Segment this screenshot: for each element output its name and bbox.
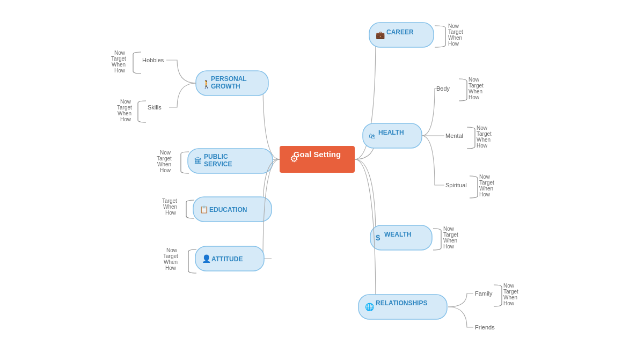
- family-leaf-target: Target: [503, 289, 518, 295]
- skills-leaf-target: Target: [117, 105, 132, 111]
- body-label: Body: [436, 85, 450, 92]
- mental-leaf-how: How: [477, 143, 488, 149]
- skills-bracket: [138, 101, 146, 122]
- edu-leaf-how: How: [165, 210, 177, 216]
- relationships-icon: 🌐: [365, 303, 375, 312]
- personal-growth-icon: 🚶: [202, 80, 211, 89]
- wealth-leaf-now: Now: [443, 226, 455, 232]
- hobbies-leaf-how: How: [114, 68, 126, 74]
- skills-leaf-now: Now: [120, 99, 131, 105]
- skills-leaf-how: How: [120, 116, 131, 122]
- wealth-leaf-when: When: [443, 238, 457, 244]
- spiritual-leaf-now: Now: [479, 174, 491, 180]
- spiritual-leaf-target: Target: [479, 180, 494, 186]
- career-bracket: [435, 26, 445, 47]
- career-leaf-how: How: [448, 41, 459, 47]
- personal-growth-label2: GROWTH: [211, 83, 240, 90]
- mindmap-canvas: ⚙ Goal Setting 💼 CAREER Now Target When …: [0, 0, 644, 338]
- wealth-leaf-how: How: [443, 244, 455, 249]
- career-leaf-target: Target: [448, 29, 463, 35]
- family-bracket: [494, 285, 502, 306]
- public-service-icon: 🏛: [194, 157, 202, 165]
- spiritual-label: Spiritual: [445, 182, 467, 188]
- health-label: HEALTH: [378, 129, 404, 136]
- connector-hobbies: [166, 60, 196, 83]
- connector-family: [448, 293, 473, 307]
- skills-label: Skills: [148, 104, 162, 111]
- connector-friends: [448, 307, 473, 327]
- att-leaf-when: When: [164, 259, 178, 265]
- career-label: CAREER: [386, 28, 414, 36]
- wealth-bracket: [433, 229, 441, 250]
- ps-leaf-when: When: [157, 161, 171, 167]
- education-label: EDUCATION: [209, 206, 247, 214]
- mental-bracket: [467, 127, 475, 149]
- body-leaf-now: Now: [469, 77, 480, 83]
- wealth-leaf-target: Target: [443, 232, 458, 238]
- career-leaf-when: When: [448, 35, 462, 41]
- family-leaf-how: How: [503, 300, 515, 306]
- edu-leaf-target: Target: [162, 198, 177, 204]
- career-icon: 💼: [376, 31, 385, 40]
- ps-leaf-how: How: [160, 167, 171, 173]
- connector-skills: [169, 83, 196, 107]
- attitude-label: ATTITUDE: [211, 255, 243, 263]
- public-service-label: PUBLIC: [204, 153, 228, 160]
- mental-leaf-now: Now: [477, 125, 488, 131]
- ps-leaf-now: Now: [160, 150, 171, 156]
- hobbies-leaf-target: Target: [111, 56, 126, 62]
- mental-leaf-target: Target: [477, 131, 492, 137]
- body-leaf-target: Target: [469, 83, 484, 89]
- body-leaf-when: When: [469, 89, 482, 94]
- hobbies-label: Hobbies: [142, 57, 164, 63]
- attitude-icon: 👤: [202, 254, 211, 263]
- connector-spiritual: [422, 136, 444, 185]
- wealth-icon: $: [376, 233, 380, 242]
- connector-personal-growth: [263, 83, 280, 159]
- center-label: Goal Setting: [294, 150, 341, 159]
- att-leaf-how: How: [165, 265, 177, 271]
- spiritual-leaf-how: How: [479, 192, 491, 197]
- wealth-label: WEALTH: [384, 231, 411, 238]
- career-leaf-now: Now: [448, 23, 459, 29]
- spiritual-bracket: [470, 176, 478, 198]
- family-leaf-when: When: [503, 295, 517, 300]
- family-label: Family: [475, 290, 493, 297]
- health-icon: 🛍: [369, 132, 376, 140]
- public-service-label2: SERVICE: [204, 160, 232, 168]
- skills-leaf-when: When: [118, 111, 131, 116]
- family-leaf-now: Now: [503, 283, 515, 289]
- education-icon: 📋: [200, 205, 209, 214]
- ps-leaf-target: Target: [157, 156, 172, 161]
- hobbies-leaf-when: When: [112, 62, 126, 68]
- body-bracket: [459, 79, 467, 101]
- hobbies-leaf-now: Now: [114, 50, 126, 56]
- hobbies-bracket: [133, 52, 141, 74]
- connector-body: [422, 89, 443, 136]
- spiritual-leaf-when: When: [479, 186, 493, 192]
- relationships-label: RELATIONSHIPS: [376, 299, 427, 307]
- personal-growth-label: PERSONAL: [211, 75, 247, 83]
- body-leaf-how: How: [469, 94, 480, 100]
- mental-label: Mental: [445, 133, 463, 139]
- mental-leaf-when: When: [477, 137, 491, 143]
- edu-leaf-when: When: [163, 204, 177, 210]
- friends-label: Friends: [475, 324, 495, 330]
- att-leaf-target: Target: [163, 253, 178, 259]
- att-leaf-now: Now: [166, 247, 178, 253]
